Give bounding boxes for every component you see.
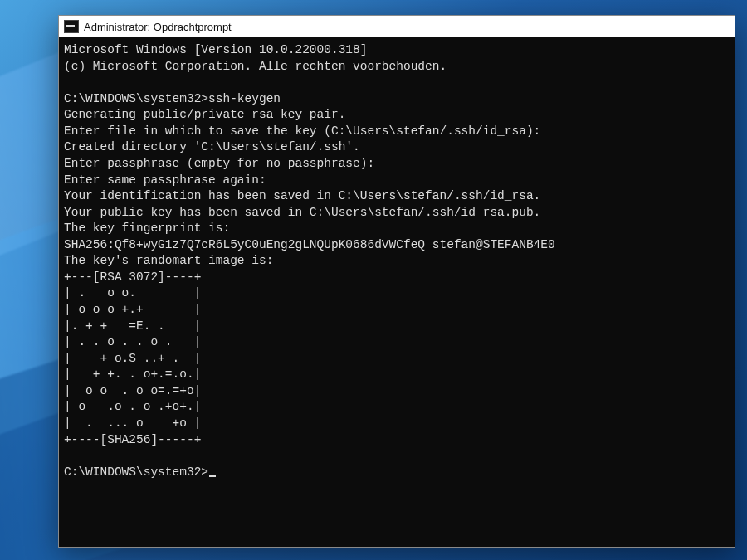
terminal-line: Created directory 'C:\Users\stefan/.ssh'…: [64, 140, 360, 153]
terminal-line: C:\WINDOWS\system32>ssh-keygen: [64, 92, 281, 105]
terminal-line: | o o . o o=.=+o|: [64, 384, 201, 397]
terminal-line: | . ... o +o |: [64, 416, 201, 430]
terminal-line: | . . o . . o . |: [64, 335, 201, 348]
terminal-line: | . o o. |: [64, 286, 201, 299]
terminal-output[interactable]: Microsoft Windows [Version 10.0.22000.31…: [59, 37, 735, 547]
desktop-background: Administrator: Opdrachtprompt Microsoft …: [0, 0, 747, 560]
terminal-line: | + +. . o+.=.o.|: [64, 368, 201, 381]
terminal-line: +---[RSA 3072]----+: [64, 270, 201, 284]
terminal-prompt[interactable]: C:\WINDOWS\system32>: [64, 465, 208, 479]
terminal-line: |. + + =E. . |: [64, 319, 201, 333]
command-prompt-window[interactable]: Administrator: Opdrachtprompt Microsoft …: [58, 15, 735, 548]
terminal-line: Enter same passphrase again:: [64, 173, 266, 187]
terminal-line: +----[SHA256]-----+: [64, 433, 201, 446]
terminal-line: Enter file in which to save the key (C:\…: [64, 124, 540, 138]
terminal-line: The key's randomart image is:: [64, 254, 273, 267]
terminal-line: Microsoft Windows [Version 10.0.22000.31…: [64, 43, 367, 56]
terminal-line: The key fingerprint is:: [64, 222, 230, 235]
cmd-icon: [64, 20, 79, 33]
terminal-line: | o .o . o .+o+.|: [64, 400, 201, 413]
terminal-line: SHA256:Qf8+wyG1z7Q7cR6L5yC0uEng2gLNQUpK0…: [64, 238, 555, 251]
terminal-line: Generating public/private rsa key pair.: [64, 108, 345, 121]
window-title: Administrator: Opdrachtprompt: [84, 21, 232, 33]
terminal-line: Your identification has been saved in C:…: [64, 189, 540, 202]
terminal-line: | o o o +.+ |: [64, 303, 201, 316]
terminal-line: | + o.S ..+ . |: [64, 352, 201, 365]
terminal-line: Enter passphrase (empty for no passphras…: [64, 157, 374, 170]
terminal-line: (c) Microsoft Corporation. Alle rechten …: [64, 60, 447, 73]
terminal-line: Your public key has been saved in C:\Use…: [64, 206, 540, 219]
window-titlebar[interactable]: Administrator: Opdrachtprompt: [59, 16, 735, 37]
terminal-cursor: [209, 475, 216, 477]
